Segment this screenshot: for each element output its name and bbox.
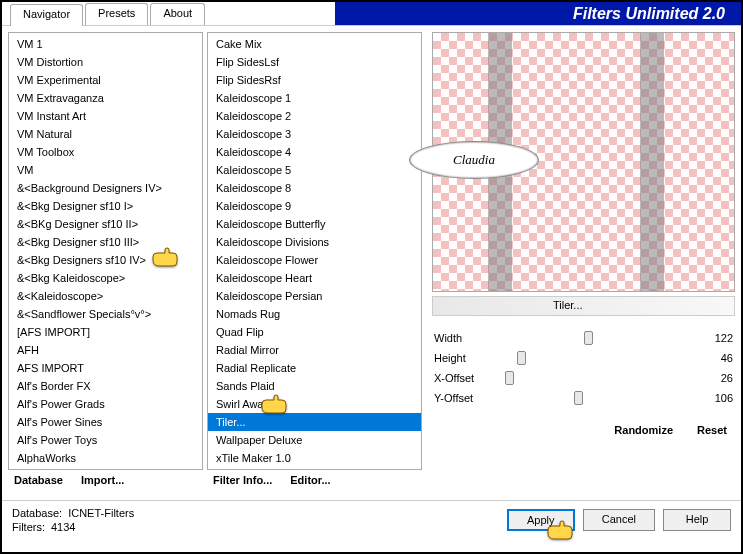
database-label: Database: — [12, 507, 62, 519]
list-item[interactable]: Kaleidoscope Persian — [208, 287, 421, 305]
filter-list[interactable]: Cake MixFlip SidesLsfFlip SidesRsfKaleid… — [207, 32, 422, 470]
param-slider[interactable] — [482, 378, 713, 379]
param-slider[interactable] — [474, 358, 713, 359]
list-item[interactable]: AFH — [9, 341, 202, 359]
list-item[interactable]: xTile Maker 1.0 — [208, 449, 421, 467]
list-item[interactable]: Tiler... — [208, 413, 421, 431]
list-item[interactable]: Kaleidoscope 8 — [208, 179, 421, 197]
list-item[interactable]: &<Bkg Designer sf10 I> — [9, 197, 202, 215]
list-item[interactable]: VM Extravaganza — [9, 89, 202, 107]
list-item[interactable]: [AFS IMPORT] — [9, 323, 202, 341]
list-item[interactable]: Sands Plaid — [208, 377, 421, 395]
reset-button[interactable]: Reset — [697, 424, 727, 436]
database-button[interactable]: Database — [14, 474, 63, 486]
list-item[interactable]: Radial Replicate — [208, 359, 421, 377]
list-item[interactable]: Kaleidoscope 2 — [208, 107, 421, 125]
list-item[interactable]: &<Bkg Designers sf10 IV> — [9, 251, 202, 269]
editor-button[interactable]: Editor... — [290, 474, 330, 486]
param-value: 122 — [715, 332, 733, 344]
current-filter-bar: Tiler... — [432, 296, 735, 316]
list-item[interactable]: VM Instant Art — [9, 107, 202, 125]
randomize-button[interactable]: Randomize — [614, 424, 673, 436]
list-item[interactable]: &<Sandflower Specials°v°> — [9, 305, 202, 323]
preview-panel: Claudia — [432, 32, 735, 292]
list-item[interactable]: Kaleidoscope 4 — [208, 143, 421, 161]
list-item[interactable]: Kaleidoscope Divisions — [208, 233, 421, 251]
filters-count-label: Filters: — [12, 521, 45, 533]
list-item[interactable]: Radial Mirror — [208, 341, 421, 359]
cancel-button[interactable]: Cancel — [583, 509, 655, 531]
param-slider[interactable] — [470, 338, 707, 339]
category-list[interactable]: VM 1VM DistortionVM ExperimentalVM Extra… — [8, 32, 203, 470]
list-item[interactable]: Alf's Power Sines — [9, 413, 202, 431]
list-item[interactable]: VM Natural — [9, 125, 202, 143]
param-label: Y-Offset — [434, 392, 473, 404]
tab-about[interactable]: About — [150, 3, 205, 25]
list-item[interactable]: Kaleidoscope Flower — [208, 251, 421, 269]
list-item[interactable]: Alf's Border FX — [9, 377, 202, 395]
apply-button[interactable]: Apply — [507, 509, 575, 531]
list-item[interactable]: &<Kaleidoscope> — [9, 287, 202, 305]
list-item[interactable]: Nomads Rug — [208, 305, 421, 323]
filter-info-button[interactable]: Filter Info... — [213, 474, 272, 486]
list-item[interactable]: Wallpaper Deluxe — [208, 431, 421, 449]
list-item[interactable]: Alf's Power Grads — [9, 395, 202, 413]
list-item[interactable]: VM 1 — [9, 35, 202, 53]
param-label: X-Offset — [434, 372, 474, 384]
database-value: ICNET-Filters — [68, 507, 134, 519]
param-value: 106 — [715, 392, 733, 404]
help-button[interactable]: Help — [663, 509, 731, 531]
import-button[interactable]: Import... — [81, 474, 124, 486]
list-item[interactable]: Flip SidesLsf — [208, 53, 421, 71]
list-item[interactable]: Kaleidoscope 5 — [208, 161, 421, 179]
list-item[interactable]: &<Bkg Designer sf10 III> — [9, 233, 202, 251]
list-item[interactable]: Quad Flip — [208, 323, 421, 341]
watermark-badge: Claudia — [409, 141, 539, 179]
param-value: 26 — [721, 372, 733, 384]
list-item[interactable]: &<BKg Designer sf10 II> — [9, 215, 202, 233]
list-item[interactable]: &<Bkg Kaleidoscope> — [9, 269, 202, 287]
list-item[interactable]: &<Background Designers IV> — [9, 179, 202, 197]
tab-presets[interactable]: Presets — [85, 3, 148, 25]
tab-navigator[interactable]: Navigator — [10, 4, 83, 26]
list-item[interactable]: AFS IMPORT — [9, 359, 202, 377]
list-item[interactable]: Alf's Power Toys — [9, 431, 202, 449]
list-item[interactable]: Kaleidoscope 9 — [208, 197, 421, 215]
current-filter-label: Tiler... — [553, 299, 583, 311]
list-item[interactable]: VM Toolbox — [9, 143, 202, 161]
list-item[interactable]: Swirl Away — [208, 395, 421, 413]
list-item[interactable]: Kaleidoscope Heart — [208, 269, 421, 287]
list-item[interactable]: AlphaWorks — [9, 449, 202, 467]
list-item[interactable]: Cake Mix — [208, 35, 421, 53]
list-item[interactable]: VM Experimental — [9, 71, 202, 89]
list-item[interactable]: Flip SidesRsf — [208, 71, 421, 89]
list-item[interactable]: Kaleidoscope Butterfly — [208, 215, 421, 233]
list-item[interactable]: Kaleidoscope 3 — [208, 125, 421, 143]
filters-count-value: 4134 — [51, 521, 75, 533]
list-item[interactable]: VM Distortion — [9, 53, 202, 71]
param-label: Width — [434, 332, 462, 344]
app-title: Filters Unlimited 2.0 — [573, 5, 733, 25]
param-slider[interactable] — [481, 398, 707, 399]
param-label: Height — [434, 352, 466, 364]
list-item[interactable]: VM — [9, 161, 202, 179]
param-value: 46 — [721, 352, 733, 364]
list-item[interactable]: Kaleidoscope 1 — [208, 89, 421, 107]
